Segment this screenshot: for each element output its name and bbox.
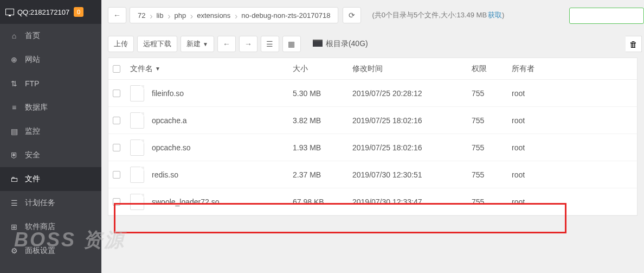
- file-icon: [130, 85, 144, 101]
- get-link[interactable]: 获取: [488, 11, 502, 19]
- row-checkbox[interactable]: [113, 90, 120, 97]
- sidebar-item-label: 数据库: [25, 103, 48, 112]
- file-name: opcache.so: [152, 143, 191, 152]
- sidebar-item-files[interactable]: 🗀文件: [0, 167, 101, 191]
- row-checkbox[interactable]: [113, 198, 120, 206]
- nav-forward-button[interactable]: →: [239, 36, 257, 52]
- view-grid-button[interactable]: ▦: [282, 36, 301, 52]
- file-owner: root: [512, 198, 633, 206]
- sidebar-item-panel[interactable]: ⚙面板设置: [0, 239, 101, 263]
- row-checkbox[interactable]: [113, 117, 120, 124]
- col-name-header[interactable]: 文件名▼: [130, 64, 293, 74]
- sidebar-item-label: 安全: [25, 150, 40, 160]
- file-owner: root: [512, 89, 633, 98]
- sidebar-item-label: 面板设置: [25, 246, 55, 256]
- folder-icon: 🗀: [10, 175, 18, 183]
- sidebar-item-site[interactable]: ⊕网站: [0, 48, 101, 72]
- sidebar-item-soft[interactable]: ⊞软件商店: [0, 215, 101, 239]
- table-row[interactable]: swoole_loader72.so67.98 KB2019/07/30 12:…: [108, 188, 637, 215]
- sidebar-item-label: 监控: [25, 126, 40, 136]
- file-time: 2019/07/25 18:02:16: [352, 143, 472, 152]
- remote-download-button[interactable]: 远程下载: [137, 36, 177, 52]
- home-icon: ⌂: [10, 31, 18, 40]
- nav-back-button[interactable]: ←: [217, 36, 236, 52]
- new-button[interactable]: 新建▼: [181, 36, 214, 52]
- file-owner: root: [512, 170, 633, 179]
- sidebar-item-cron[interactable]: ☰计划任务: [0, 191, 101, 215]
- file-perm: 755: [472, 89, 512, 98]
- file-time: 2019/07/30 12:33:47: [352, 198, 472, 206]
- table-row[interactable]: redis.so2.37 MB2019/07/30 12:30:51755roo…: [108, 161, 637, 188]
- chevron-down-icon: ▼: [203, 41, 208, 47]
- file-icon: [130, 112, 144, 129]
- breadcrumb: 72libphpextensionsno-debug-non-zts-20170…: [130, 7, 338, 23]
- file-size: 5.30 MB: [293, 89, 352, 98]
- file-owner: root: [512, 143, 633, 152]
- main-panel: ← 72libphpextensionsno-debug-non-zts-201…: [101, 0, 644, 273]
- file-perm: 755: [472, 170, 512, 179]
- col-time-header[interactable]: 修改时间: [352, 64, 472, 74]
- upload-button[interactable]: 上传: [108, 36, 134, 52]
- file-perm: 755: [472, 116, 512, 125]
- action-box[interactable]: [569, 8, 644, 24]
- file-owner: root: [512, 116, 633, 125]
- file-perm: 755: [472, 198, 512, 206]
- file-icon: [130, 167, 144, 183]
- trash-button[interactable]: 🗑: [626, 36, 642, 52]
- toolbar: 上传 远程下载 新建▼ ← → ☰ ▦ 根目录(40G) 🗑: [101, 30, 644, 58]
- sidebar-item-label: 软件商店: [25, 222, 55, 232]
- sidebar-item-label: FTP: [25, 79, 39, 88]
- refresh-button[interactable]: ⟳: [343, 7, 361, 23]
- breadcrumb-bar: ← 72libphpextensionsno-debug-non-zts-201…: [101, 0, 644, 30]
- panel-icon: ⚙: [10, 246, 18, 255]
- file-size: 1.93 MB: [293, 143, 352, 152]
- sidebar-item-ftp[interactable]: ⇅FTP: [0, 72, 101, 96]
- table-row[interactable]: fileinfo.so5.30 MB2019/07/25 20:28:12755…: [108, 80, 637, 107]
- select-all-checkbox[interactable]: [113, 65, 120, 73]
- col-perm-header[interactable]: 权限: [472, 64, 512, 74]
- file-time: 2019/07/25 20:28:12: [352, 89, 472, 98]
- breadcrumb-item[interactable]: php: [169, 11, 191, 20]
- sort-icon: ▼: [155, 66, 160, 72]
- monitor-icon: [5, 9, 14, 15]
- sidebar-item-label: 首页: [25, 31, 40, 41]
- row-checkbox[interactable]: [113, 144, 120, 151]
- sidebar-item-label: 文件: [25, 174, 40, 184]
- file-icon: [130, 194, 144, 210]
- sidebar-item-home[interactable]: ⌂首页: [0, 24, 101, 48]
- file-time: 2019/07/25 18:02:16: [352, 116, 472, 125]
- file-name: fileinfo.so: [152, 89, 184, 98]
- col-owner-header[interactable]: 所有者: [512, 64, 633, 74]
- file-size: 2.37 MB: [293, 170, 352, 179]
- shield-icon: ⛨: [10, 151, 18, 160]
- breadcrumb-item[interactable]: lib: [151, 11, 169, 20]
- breadcrumb-item[interactable]: extensions: [191, 11, 236, 20]
- file-size: 3.82 MB: [293, 116, 352, 125]
- file-size: 67.98 KB: [293, 198, 352, 206]
- view-list-button[interactable]: ☰: [261, 36, 279, 52]
- file-icon: [130, 139, 144, 156]
- notification-badge[interactable]: 0: [74, 7, 83, 17]
- breadcrumb-item[interactable]: no-debug-non-zts-20170718: [236, 11, 336, 20]
- sidebar-item-label: 网站: [25, 55, 40, 65]
- sidebar: QQ:2182172107 0 ⌂首页⊕网站⇅FTP≡数据库▤监控⛨安全🗀文件☰…: [0, 0, 101, 273]
- row-checkbox[interactable]: [113, 171, 120, 179]
- file-perm: 755: [472, 143, 512, 152]
- back-button[interactable]: ←: [108, 7, 126, 23]
- ftp-icon: ⇅: [10, 79, 18, 88]
- breadcrumb-item[interactable]: 72: [132, 11, 151, 20]
- table-row[interactable]: opcache.so1.93 MB2019/07/25 18:02:16755r…: [108, 134, 637, 161]
- col-size-header[interactable]: 大小: [293, 64, 352, 74]
- globe-icon: ⊕: [10, 55, 18, 64]
- sidebar-item-label: 计划任务: [25, 198, 55, 208]
- db-icon: ≡: [10, 103, 18, 112]
- sidebar-item-security[interactable]: ⛨安全: [0, 143, 101, 167]
- file-time: 2019/07/30 12:30:51: [352, 170, 472, 179]
- table-row[interactable]: opcache.a3.82 MB2019/07/25 18:02:16755ro…: [108, 107, 637, 134]
- root-dir-label[interactable]: 根目录(40G): [313, 39, 368, 49]
- sidebar-item-db[interactable]: ≡数据库: [0, 96, 101, 119]
- file-list-header: 文件名▼ 大小 修改时间 权限 所有者: [108, 58, 637, 80]
- monitor-icon: ▤: [10, 127, 18, 136]
- sidebar-item-monitor[interactable]: ▤监控: [0, 119, 101, 143]
- cron-icon: ☰: [10, 199, 18, 207]
